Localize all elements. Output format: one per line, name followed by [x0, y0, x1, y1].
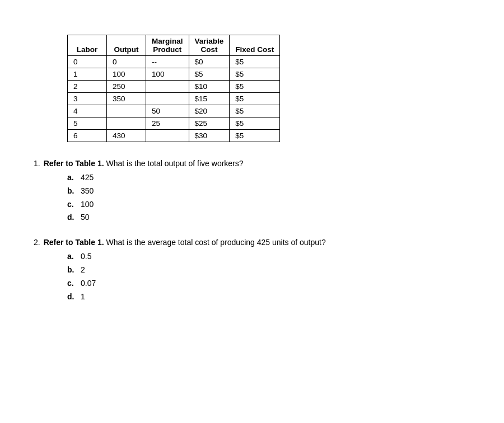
cell-r3-c2: [146, 93, 189, 105]
option-value: 425: [81, 171, 94, 185]
cell-r6-c1: 430: [107, 130, 146, 142]
question-1: 1.Refer to Table 1. What is the total ou…: [34, 159, 470, 224]
table-row: 525$25$5: [68, 118, 280, 130]
cell-r2-c0: 2: [68, 81, 107, 93]
option-letter: a.: [67, 171, 77, 185]
question-2-option-2: c.0.07: [67, 277, 470, 290]
option-value: 350: [81, 185, 94, 198]
question-1-option-1: b.350: [67, 185, 470, 198]
cell-r3-c3: $15: [189, 93, 230, 105]
cell-r3-c4: $5: [230, 93, 280, 105]
option-letter: c.: [67, 277, 77, 290]
question-1-option-3: d.50: [67, 211, 470, 224]
cell-r4-c4: $5: [230, 105, 280, 118]
option-value: 1: [81, 290, 85, 304]
question-2-number: 2.: [34, 238, 40, 247]
question-2-options: a.0.5b.2c.0.07d.1: [67, 250, 470, 303]
cell-r5-c2: 25: [146, 118, 189, 130]
cell-r6-c0: 6: [68, 130, 107, 142]
question-2-body: Refer to Table 1. What is the average to…: [44, 238, 326, 247]
col-header-marginal: MarginalProduct: [146, 35, 189, 56]
col-header-output: Output: [107, 35, 146, 56]
cell-r6-c2: [146, 130, 189, 142]
table-row: 450$20$5: [68, 105, 280, 118]
cell-r2-c1: 250: [107, 81, 146, 93]
question-1-option-0: a.425: [67, 171, 470, 185]
question-1-text: 1.Refer to Table 1. What is the total ou…: [34, 159, 470, 168]
option-value: 100: [81, 198, 94, 212]
cell-r6-c4: $5: [230, 130, 280, 142]
table-row: 2250$10$5: [68, 81, 280, 93]
option-value: 50: [81, 211, 90, 224]
option-letter: d.: [67, 211, 77, 224]
option-value: 2: [81, 264, 85, 277]
cell-r1-c2: 100: [146, 68, 189, 81]
cell-r0-c0: 0: [68, 56, 107, 68]
table-row: 6430$30$5: [68, 130, 280, 142]
cell-r2-c3: $10: [189, 81, 230, 93]
question-2-option-0: a.0.5: [67, 250, 470, 264]
col-header-variable: VariableCost: [189, 35, 230, 56]
table-row: 1100100$5$5: [68, 68, 280, 81]
cell-r4-c2: 50: [146, 105, 189, 118]
cell-r1-c0: 1: [68, 68, 107, 81]
cell-r1-c3: $5: [189, 68, 230, 81]
cell-r5-c3: $25: [189, 118, 230, 130]
col-header-fixed: Fixed Cost: [230, 35, 280, 56]
option-letter: a.: [67, 250, 77, 264]
question-1-number: 1.: [34, 159, 40, 168]
option-value: 0.07: [81, 277, 96, 290]
cell-r2-c2: [146, 81, 189, 93]
cell-r1-c4: $5: [230, 68, 280, 81]
table-row: 00--$0$5: [68, 56, 280, 68]
option-letter: b.: [67, 264, 77, 277]
option-letter: b.: [67, 185, 77, 198]
option-letter: c.: [67, 198, 77, 212]
cell-r5-c1: [107, 118, 146, 130]
question-1-options: a.425b.350c.100d.50: [67, 171, 470, 224]
cell-r0-c2: --: [146, 56, 189, 68]
cell-r5-c0: 5: [68, 118, 107, 130]
cell-r0-c4: $5: [230, 56, 280, 68]
question-1-body: Refer to Table 1. What is the total outp…: [44, 159, 244, 168]
data-table: Labor Output MarginalProduct VariableCos…: [67, 35, 280, 142]
question-2-option-1: b.2: [67, 264, 470, 277]
cell-r4-c0: 4: [68, 105, 107, 118]
option-value: 0.5: [81, 250, 91, 264]
question-1-option-2: c.100: [67, 198, 470, 212]
question-2: 2.Refer to Table 1. What is the average …: [34, 238, 470, 303]
cell-r4-c1: [107, 105, 146, 118]
question-2-table-ref: Refer to Table 1.: [44, 238, 104, 247]
question-2-option-3: d.1: [67, 290, 470, 304]
cell-r0-c1: 0: [107, 56, 146, 68]
questions-section: 1.Refer to Table 1. What is the total ou…: [34, 159, 470, 303]
cell-r3-c1: 350: [107, 93, 146, 105]
cell-r1-c1: 100: [107, 68, 146, 81]
question-2-text: 2.Refer to Table 1. What is the average …: [34, 238, 470, 247]
table-row: 3350$15$5: [68, 93, 280, 105]
cell-r5-c4: $5: [230, 118, 280, 130]
cell-r6-c3: $30: [189, 130, 230, 142]
cell-r4-c3: $20: [189, 105, 230, 118]
cell-r3-c0: 3: [68, 93, 107, 105]
option-letter: d.: [67, 290, 77, 304]
cell-r0-c3: $0: [189, 56, 230, 68]
question-1-table-ref: Refer to Table 1.: [44, 159, 104, 168]
cell-r2-c4: $5: [230, 81, 280, 93]
col-header-labor: Labor: [68, 35, 107, 56]
